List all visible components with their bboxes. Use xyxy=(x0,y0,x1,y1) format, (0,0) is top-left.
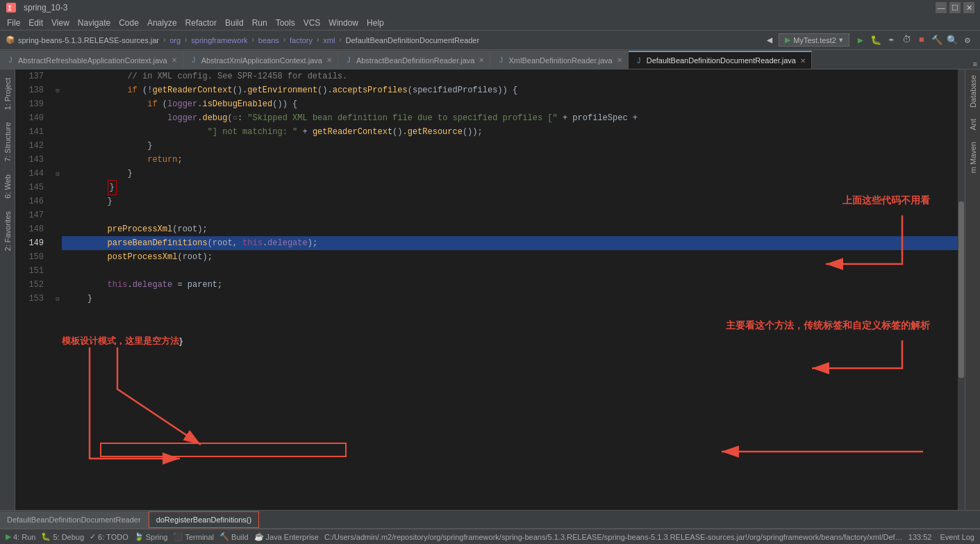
nav-springframework[interactable]: springframework xyxy=(191,36,247,44)
menu-help[interactable]: Help xyxy=(363,15,388,30)
fold-139-arrow[interactable]: ⊟ xyxy=(53,83,62,97)
fold-144-arrow[interactable]: ⊟ xyxy=(53,167,62,181)
main-area: 1: Project 7: Structure 6: Web 2: Favori… xyxy=(0,69,980,510)
annotation-bottom-right: 主要看这个方法，传统标签和自定义标签的解析 xyxy=(726,320,930,332)
sidebar-item-database[interactable]: Database xyxy=(967,69,979,113)
todo-icon: ✓ xyxy=(90,532,96,541)
tab-default-bean-def-doc-reader[interactable]: J DefaultBeanDefinitionDocumentReader.ja… xyxy=(629,51,812,69)
run-config[interactable]: ▶ MyTest.test2 ▾ xyxy=(779,33,849,47)
sidebar-item-favorites[interactable]: 2: Favorites xyxy=(2,206,13,256)
line-numbers: 137 138 139 140 141 142 143 144 145 146 … xyxy=(15,69,53,510)
title-bar: I spring_10-3 — ☐ ✕ xyxy=(0,0,980,15)
menu-tools[interactable]: Tools xyxy=(272,15,299,30)
code-line-144: } xyxy=(62,167,958,181)
back-icon[interactable]: ◀ xyxy=(765,34,774,46)
line-num-152: 152 xyxy=(15,278,48,292)
bottom-tab-method-label: doRegisterBeanDefinitions() xyxy=(156,516,252,524)
fold-143[interactable] xyxy=(53,153,62,167)
status-path: C:/Users/admin/.m2/repository/org/spring… xyxy=(324,533,903,541)
sidebar-item-web[interactable]: 6: Web xyxy=(2,169,13,204)
sidebar-item-ant[interactable]: Ant xyxy=(967,113,979,136)
sidebar-item-maven[interactable]: m Maven xyxy=(967,136,979,179)
status-build[interactable]: 🔨 Build xyxy=(219,532,248,541)
nav-jar[interactable]: spring-beans-5.1.3.RELEASE-sources.jar xyxy=(18,36,159,44)
code-line-147 xyxy=(62,208,958,222)
tab-abstract-xml[interactable]: J AbstractXmlApplicationContext.java ✕ xyxy=(183,51,338,69)
code-lines: // in XML config. See SPR-12458 for deta… xyxy=(62,69,958,306)
build-button[interactable]: 🔨 xyxy=(930,33,944,47)
menu-code[interactable]: Code xyxy=(115,15,143,30)
nav-factory[interactable]: factory xyxy=(290,36,313,44)
coverage-button[interactable]: ☂ xyxy=(884,33,898,47)
status-terminal[interactable]: ⬛ Terminal xyxy=(173,532,214,541)
nav-icon-jar: 📦 xyxy=(6,35,15,44)
menu-analyze[interactable]: Analyze xyxy=(143,15,181,30)
title-bar-controls[interactable]: — ☐ ✕ xyxy=(936,2,974,13)
tab-abstract-refreshable[interactable]: J AbstractRefreshableApplicationContext.… xyxy=(0,51,183,69)
tab-xml-bean-def-reader[interactable]: J XmlBeanDefinitionReader.java ✕ xyxy=(490,51,628,69)
bottom-tab-method[interactable]: doRegisterBeanDefinitions() xyxy=(149,511,260,528)
sidebar-item-project[interactable]: 1: Project xyxy=(2,72,13,115)
code-line-141: "] not matching: " + getReaderContext().… xyxy=(62,125,958,139)
title-bar-left: I spring_10-3 xyxy=(6,2,67,13)
maximize-button[interactable]: ☐ xyxy=(949,2,961,13)
stop-button[interactable]: ■ xyxy=(915,33,929,47)
menu-refactor[interactable]: Refactor xyxy=(181,15,221,30)
fold-153[interactable]: ⊟ xyxy=(53,292,62,306)
minimize-button[interactable]: — xyxy=(936,2,947,13)
menu-navigate[interactable]: Navigate xyxy=(74,15,115,30)
fold-138[interactable] xyxy=(53,69,62,83)
nav-xml[interactable]: xml xyxy=(323,36,335,44)
debug-icon: 🐛 xyxy=(41,532,51,541)
run-button[interactable]: ▶ xyxy=(854,33,867,47)
profile-button[interactable]: ⏱ xyxy=(899,33,913,47)
menu-vcs[interactable]: VCS xyxy=(299,15,325,30)
tab-abstract-bean-def-reader[interactable]: J AbstractBeanDefinitionReader.java ✕ xyxy=(338,51,491,69)
tab-close-icon[interactable]: ✕ xyxy=(326,56,332,64)
search-button[interactable]: 🔍 xyxy=(945,33,959,47)
debug-button[interactable]: 🐛 xyxy=(869,33,883,47)
status-spring[interactable]: 🍃 Spring xyxy=(134,532,168,541)
sidebar-item-structure[interactable]: 7: Structure xyxy=(2,117,13,167)
menu-view[interactable]: View xyxy=(47,15,74,30)
app-logo: I xyxy=(6,2,17,13)
tab-label: AbstractXmlApplicationContext.java xyxy=(201,56,322,65)
line-num-141: 141 xyxy=(15,125,48,139)
code-content[interactable]: // in XML config. See SPR-12458 for deta… xyxy=(62,69,958,510)
code-line-140: logger.debug(○: "Skipped XML bean defini… xyxy=(62,111,958,125)
line-num-153: 153 xyxy=(15,292,48,306)
menu-build[interactable]: Build xyxy=(221,15,248,30)
menu-file[interactable]: File xyxy=(3,15,24,30)
bottom-tab-class[interactable]: DefaultBeanDefinitionDocumentReader xyxy=(0,511,149,528)
code-line-142: } xyxy=(62,139,958,153)
menu-edit[interactable]: Edit xyxy=(24,15,47,30)
java-file-icon: J xyxy=(189,56,199,65)
tab-close-icon[interactable]: ✕ xyxy=(800,57,806,65)
code-line-152: this.delegate = parent; xyxy=(62,278,958,292)
nav-class[interactable]: DefaultBeanDefinitionDocumentReader xyxy=(346,36,480,44)
vertical-scrollbar[interactable] xyxy=(958,69,965,510)
line-num-145: 145 xyxy=(15,181,48,195)
nav-beans[interactable]: beans xyxy=(258,36,279,44)
tab-close-icon[interactable]: ✕ xyxy=(479,56,484,64)
status-event-log[interactable]: Event Log xyxy=(940,533,974,541)
menu-run[interactable]: Run xyxy=(248,15,272,30)
tab-close-icon[interactable]: ✕ xyxy=(172,56,177,64)
status-todo[interactable]: ✓ 6: TODO xyxy=(90,532,128,541)
nav-org[interactable]: org xyxy=(169,36,181,44)
status-debug[interactable]: 🐛 5: Debug xyxy=(41,532,84,541)
scrollbar-thumb[interactable] xyxy=(958,201,964,378)
close-button[interactable]: ✕ xyxy=(963,2,974,13)
menu-window[interactable]: Window xyxy=(324,15,363,30)
status-run[interactable]: ▶ 4: Run xyxy=(6,532,35,541)
status-line-col[interactable]: 133:52 xyxy=(908,533,932,541)
tab-label: AbstractRefreshableApplicationContext.ja… xyxy=(18,56,167,65)
arrow-bottom-right xyxy=(722,333,930,389)
status-java-enterprise[interactable]: ☕ Java Enterprise xyxy=(254,532,319,541)
run-toolbar: ▶ 🐛 ☂ ⏱ ■ 🔨 🔍 ⚙ xyxy=(854,33,974,47)
terminal-icon: ⬛ xyxy=(173,532,183,541)
title-text: spring_10-3 xyxy=(24,3,67,13)
tab-overflow[interactable]: ≡ xyxy=(972,60,980,69)
settings-button[interactable]: ⚙ xyxy=(961,33,974,47)
tab-close-icon[interactable]: ✕ xyxy=(617,56,622,64)
